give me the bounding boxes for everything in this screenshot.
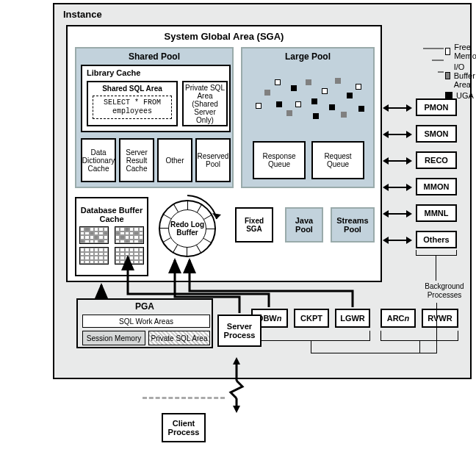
- lgwr-process: LGWR: [335, 309, 370, 328]
- legend-swatch-free: [445, 48, 450, 55]
- instance-box: Instance System Global Area (SGA) Shared…: [53, 3, 472, 379]
- diagram-root: Instance System Global Area (SGA) Shared…: [0, 0, 476, 449]
- large-pool: Large Pool: [241, 47, 375, 188]
- shared-sql-title: Shared SQL Area: [88, 82, 176, 93]
- ckpt-process: CKPT: [294, 309, 329, 328]
- legend-swatch-io: [445, 72, 450, 79]
- smon-process: SMON: [416, 125, 457, 143]
- arrow-icon: [388, 107, 407, 109]
- shared-pool-title: Shared Pool: [76, 49, 232, 64]
- sga-title: System Global Area (SGA): [68, 26, 381, 45]
- legend: Free Memory I/O Buffer Area UGA: [445, 43, 476, 102]
- sga-box: System Global Area (SGA) Shared Pool Lib…: [66, 25, 382, 282]
- client-server-arrow-icon: [228, 357, 250, 413]
- svg-marker-0: [212, 213, 221, 219]
- connector-line: [311, 341, 311, 353]
- rvwr-process: RVWR: [422, 309, 458, 328]
- bracket-icon: [381, 331, 458, 341]
- request-queue: Request Queue: [311, 141, 364, 179]
- arrow-icon: [388, 160, 407, 162]
- server-result-cache: Server Result Cache: [119, 138, 154, 182]
- library-cache: Library Cache Shared SQL Area SELECT * F…: [81, 65, 231, 132]
- arrow-icon: [388, 134, 407, 135]
- reco-process: RECO: [416, 151, 457, 169]
- arcn-process: ARCn: [381, 309, 416, 328]
- pmon-process: PMON: [416, 98, 457, 116]
- server-process: Server Process: [217, 315, 262, 347]
- large-pool-title: Large Pool: [242, 49, 373, 64]
- database-buffer-cache: Database Buffer Cache: [75, 197, 148, 276]
- fixed-sga: Fixed SGA: [235, 207, 273, 243]
- buffer-grid-icon: [79, 226, 144, 267]
- private-sql-area: Private SQL Area: [148, 331, 210, 345]
- connector-line: [436, 303, 437, 353]
- sql-statement: SELECT * FROM employees: [93, 96, 172, 119]
- legend-free: Free Memory: [454, 43, 476, 60]
- svg-marker-9: [233, 406, 240, 413]
- background-processes-label: Background Processes: [417, 282, 472, 300]
- data-dictionary-cache: Data Dictionary Cache: [81, 138, 116, 182]
- instance-label: Instance: [63, 9, 102, 20]
- shared-pool: Shared Pool Library Cache Shared SQL Are…: [75, 47, 234, 188]
- legend-uga: UGA: [456, 91, 474, 100]
- arrow-icon: [388, 240, 407, 241]
- private-sql-area-shared: Private SQL Area (Shared Server Only): [182, 81, 228, 126]
- others-process: Others: [416, 231, 457, 248]
- client-process: Client Process: [162, 413, 206, 442]
- bracket-icon: [416, 250, 457, 256]
- svg-marker-8: [233, 357, 240, 364]
- memory-dots: [248, 68, 370, 132]
- java-pool: Java Pool: [285, 207, 323, 243]
- pga-title: PGA: [78, 300, 212, 313]
- library-cache-title: Library Cache: [82, 66, 229, 79]
- arrow-icon: [388, 187, 407, 188]
- session-memory: Session Memory: [82, 331, 145, 345]
- arrow-icon: [388, 213, 407, 215]
- response-queue: Response Queue: [253, 141, 306, 179]
- bracket-icon: [251, 331, 370, 341]
- other-box: Other: [157, 138, 192, 182]
- connector-line: [419, 341, 420, 353]
- connector-line: [311, 353, 437, 353]
- mmnl-process: MMNL: [416, 204, 457, 222]
- streams-pool: Streams Pool: [331, 207, 375, 243]
- boundary-line: [143, 397, 225, 399]
- reserved-pool: Reserved Pool: [195, 138, 231, 182]
- mmon-process: MMON: [416, 178, 457, 195]
- pga-box: PGA SQL Work Areas Session Memory Privat…: [76, 298, 213, 348]
- sql-work-areas: SQL Work Areas: [82, 315, 210, 328]
- redo-log-buffer: Redo Log Buffer: [159, 200, 223, 265]
- connector-line: [436, 256, 436, 281]
- legend-io: I/O Buffer Area: [454, 62, 476, 89]
- shared-sql-area: Shared SQL Area SELECT * FROM employees: [87, 81, 178, 126]
- redo-cycle-arrow-icon: [151, 190, 224, 263]
- db-buffer-label: Database Buffer Cache: [78, 206, 145, 223]
